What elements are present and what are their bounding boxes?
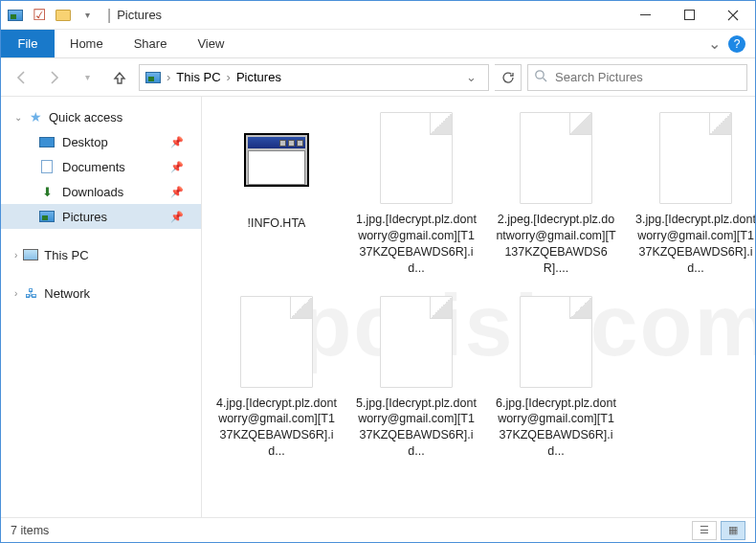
file-item[interactable]: 6.jpg.[Idecrypt.plz.dontworry@gmail.com]… — [495, 296, 617, 461]
close-button[interactable] — [711, 1, 755, 29]
pictures-icon — [39, 209, 55, 224]
nav-desktop[interactable]: Desktop 📌 — [1, 129, 201, 154]
chevron-right-icon: › — [167, 70, 170, 84]
ribbon: File Home Share View ⌄ ? — [1, 30, 755, 58]
file-name: 2.jpeg.[Idecrypt.plz.dontworry@gmail.com… — [495, 212, 617, 277]
forward-button[interactable] — [41, 64, 68, 91]
crumb-pictures[interactable]: Pictures — [236, 70, 281, 84]
minimize-button[interactable] — [623, 1, 667, 29]
details-view-button[interactable]: ☰ — [692, 521, 717, 540]
quick-access-toolbar: ☑ ▾ — [1, 5, 101, 26]
icons-view-button[interactable]: ▦ — [721, 521, 745, 540]
file-item[interactable]: 3.jpg.[Idecrypt.plz.dontworry@gmail.com]… — [634, 112, 755, 277]
nav-label: This PC — [44, 248, 88, 262]
explorer-window: ☑ ▾ | Pictures File Home Share View ⌄ ? … — [0, 0, 756, 543]
window-title: Pictures — [117, 8, 162, 22]
nav-network[interactable]: › 🖧 Network — [1, 281, 201, 305]
search-box[interactable] — [527, 64, 747, 91]
nav-downloads[interactable]: ⬇Downloads 📌 — [1, 179, 201, 204]
svg-rect-0 — [640, 14, 651, 15]
tab-share[interactable]: Share — [119, 30, 183, 57]
up-button[interactable] — [106, 64, 133, 91]
back-button[interactable] — [9, 64, 35, 91]
chevron-right-icon: › — [227, 70, 231, 84]
status-bar: 7 items ☰ ▦ — [1, 517, 755, 542]
qat-dropdown-icon[interactable]: ▾ — [77, 5, 98, 26]
file-name: 3.jpg.[Idecrypt.plz.dontworry@gmail.com]… — [634, 212, 755, 277]
titlebar: ☑ ▾ | Pictures — [1, 1, 755, 30]
file-name: 4.jpg.[Idecrypt.plz.dontworry@gmail.com]… — [215, 396, 338, 461]
chevron-down-icon: ⌄ — [14, 112, 22, 123]
svg-point-2 — [536, 71, 544, 79]
file-name: 5.jpg.[Idecrypt.plz.dontworry@gmail.com]… — [355, 396, 478, 461]
chevron-right-icon: › — [14, 250, 17, 260]
chevron-right-icon: › — [14, 288, 17, 299]
nav-label: Pictures — [62, 210, 107, 224]
nav-quick-access[interactable]: ⌄ ★ Quick access — [1, 104, 201, 129]
tab-view[interactable]: View — [182, 30, 239, 57]
qat-properties-icon[interactable]: ☑ — [29, 5, 50, 26]
address-bar: ▾ › This PC › Pictures ⌄ — [1, 58, 755, 97]
app-icon[interactable] — [5, 5, 26, 26]
file-item[interactable]: !INFO.HTA — [215, 112, 338, 277]
blank-file-icon — [380, 112, 453, 204]
nav-label: Documents — [62, 160, 125, 174]
blank-file-icon — [520, 112, 592, 204]
file-item[interactable]: 4.jpg.[Idecrypt.plz.dontworry@gmail.com]… — [215, 296, 338, 461]
search-input[interactable] — [553, 69, 741, 85]
maximize-button[interactable] — [667, 1, 711, 29]
hta-icon — [234, 112, 319, 208]
recent-locations-button[interactable]: ▾ — [74, 64, 100, 91]
item-count: 7 items — [11, 524, 49, 537]
download-icon: ⬇ — [39, 184, 55, 199]
crumb-this-pc[interactable]: This PC — [176, 70, 220, 84]
file-list[interactable]: pcrisk.com !INFO.HTA1.jpg.[Idecrypt.plz.… — [202, 97, 755, 517]
nav-label: Network — [44, 286, 90, 301]
file-item[interactable]: 5.jpg.[Idecrypt.plz.dontworry@gmail.com]… — [355, 296, 478, 461]
svg-rect-1 — [684, 11, 694, 20]
file-item[interactable]: 1.jpg.[Idecrypt.plz.dontworry@gmail.com]… — [355, 112, 478, 277]
pin-icon: 📌 — [170, 136, 184, 148]
body: ⌄ ★ Quick access Desktop 📌 Documents 📌 ⬇… — [1, 97, 755, 517]
monitor-icon — [23, 247, 38, 262]
refresh-button[interactable] — [495, 64, 522, 91]
file-name: 6.jpg.[Idecrypt.plz.dontworry@gmail.com]… — [495, 396, 617, 461]
nav-this-pc[interactable]: › This PC — [1, 242, 201, 267]
help-icon[interactable]: ? — [728, 35, 745, 53]
address-dropdown-icon[interactable]: ⌄ — [460, 70, 482, 84]
location-icon — [145, 70, 161, 85]
blank-file-icon — [380, 296, 453, 388]
breadcrumb[interactable]: › This PC › Pictures ⌄ — [139, 64, 489, 91]
pin-icon: 📌 — [170, 186, 184, 198]
network-icon: 🖧 — [23, 285, 38, 301]
nav-documents[interactable]: Documents 📌 — [1, 154, 201, 179]
blank-file-icon — [659, 112, 732, 204]
window-controls — [623, 1, 755, 29]
search-icon — [534, 69, 547, 85]
star-icon: ★ — [28, 109, 43, 124]
file-name: 1.jpg.[Idecrypt.plz.dontworry@gmail.com]… — [355, 212, 478, 277]
ribbon-expand-icon[interactable]: ⌄ — [708, 34, 721, 53]
qat-newfolder-icon[interactable] — [53, 5, 74, 26]
blank-file-icon — [520, 296, 592, 388]
nav-label: Desktop — [62, 135, 108, 149]
nav-pane: ⌄ ★ Quick access Desktop 📌 Documents 📌 ⬇… — [1, 97, 202, 517]
pin-icon: 📌 — [170, 161, 184, 173]
nav-label: Downloads — [62, 185, 123, 199]
tab-home[interactable]: Home — [55, 30, 119, 57]
blank-file-icon — [240, 296, 313, 388]
document-icon — [39, 159, 55, 174]
nav-pictures[interactable]: Pictures 📌 — [1, 204, 201, 229]
file-name: !INFO.HTA — [248, 215, 306, 232]
nav-label: Quick access — [49, 110, 122, 124]
desktop-icon — [39, 137, 55, 147]
file-item[interactable]: 2.jpeg.[Idecrypt.plz.dontworry@gmail.com… — [495, 112, 617, 277]
pin-icon: 📌 — [170, 211, 184, 223]
title-separator: | — [107, 7, 111, 24]
file-tab[interactable]: File — [1, 30, 55, 57]
